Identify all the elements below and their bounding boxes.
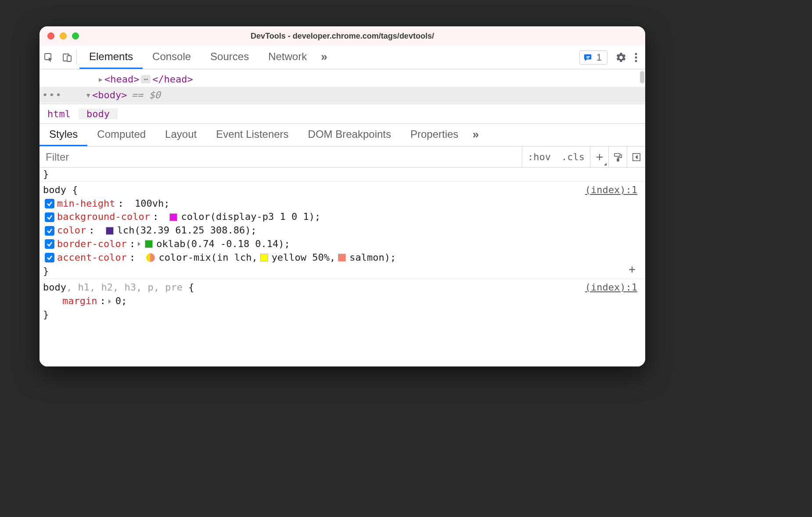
prop-toggle-checkbox[interactable]	[45, 212, 54, 222]
prop-accent-color[interactable]: accent-color: color-mix(in lch, yellow 5…	[43, 251, 642, 265]
main-toolbar: Elements Console Sources Network » 1	[40, 46, 645, 69]
traffic-lights	[47, 32, 79, 39]
prev-rule-closing-brace: }	[40, 168, 645, 181]
svg-point-5	[635, 53, 637, 55]
dom-head-close: </head>	[152, 74, 193, 85]
hov-toggle[interactable]: :hov	[522, 151, 556, 162]
paint-roller-icon[interactable]	[608, 147, 627, 167]
devtools-window: DevTools - developer.chrome.com/tags/dev…	[40, 26, 645, 366]
tab-elements[interactable]: Elements	[79, 46, 143, 69]
tab-network[interactable]: Network	[259, 46, 316, 69]
rule2-selector[interactable]: body, h1, h2, h3, p, pre	[43, 281, 183, 294]
prop-toggle-checkbox[interactable]	[45, 239, 54, 249]
settings-gear-icon[interactable]	[615, 52, 627, 63]
tab-overflow-icon[interactable]: »	[316, 46, 331, 69]
breadcrumb: html body	[40, 104, 645, 124]
tab-console[interactable]: Console	[143, 46, 201, 69]
sidebar-tab-overflow-icon[interactable]: »	[468, 124, 483, 146]
panel-tabs: Elements Console Sources Network »	[79, 46, 332, 69]
title-bar: DevTools - developer.chrome.com/tags/dev…	[40, 26, 645, 46]
tab-sources[interactable]: Sources	[201, 46, 259, 69]
prop-color[interactable]: color: lch(32.39 61.25 308.86);	[43, 224, 642, 237]
add-property-plus-icon[interactable]: +	[629, 261, 636, 277]
color-swatch-icon[interactable]	[145, 240, 153, 248]
styles-filter-input[interactable]	[40, 147, 522, 167]
svg-rect-10	[614, 153, 620, 156]
kebab-menu-icon[interactable]	[635, 52, 637, 63]
color-swatch-icon[interactable]	[169, 213, 177, 221]
prop-background-color[interactable]: background-color: color(display-p3 1 0 1…	[43, 210, 642, 224]
prop-border-color[interactable]: border-color: oklab(0.74 -0.18 0.14);	[43, 237, 642, 251]
breadcrumb-body[interactable]: body	[79, 108, 118, 119]
tab-computed[interactable]: Computed	[87, 124, 155, 146]
dom-tree[interactable]: ▸ <head> ⋯ </head> ••• ▾ <body> == $0	[40, 69, 645, 104]
styles-pane[interactable]: } body { (index):1 min-height: 100vh; ba…	[40, 168, 645, 366]
tab-layout[interactable]: Layout	[155, 124, 206, 146]
svg-rect-11	[617, 158, 619, 161]
svg-rect-4	[586, 57, 589, 58]
issues-count: 1	[596, 52, 602, 63]
prop-toggle-checkbox[interactable]	[45, 253, 54, 262]
style-rule-body[interactable]: body { (index):1 min-height: 100vh; back…	[40, 181, 645, 279]
dom-body-open: <body>	[92, 90, 127, 101]
dom-overflow-dots-icon[interactable]: •••	[42, 90, 62, 101]
dom-node-head[interactable]: ▸ <head> ⋯ </head>	[40, 71, 645, 87]
window-title: DevTools - developer.chrome.com/tags/dev…	[40, 32, 645, 41]
rule1-selector[interactable]: body	[43, 183, 66, 197]
color-mix-swatch-icon[interactable]	[146, 253, 155, 262]
breadcrumb-html[interactable]: html	[40, 108, 79, 119]
svg-rect-3	[586, 56, 589, 57]
collapsed-ellipsis-icon[interactable]: ⋯	[141, 75, 151, 83]
dom-head-open: <head>	[104, 74, 139, 85]
dom-node-body-selected[interactable]: ••• ▾ <body> == $0	[40, 87, 645, 103]
dom-eq0-label: == $0	[131, 90, 160, 101]
issues-badge[interactable]: 1	[579, 50, 607, 65]
scrollbar-thumb[interactable]	[640, 71, 644, 83]
styles-sidebar-tabs: Styles Computed Layout Event Listeners D…	[40, 124, 645, 147]
svg-point-6	[635, 56, 637, 58]
svg-rect-2	[67, 56, 71, 61]
tab-event-listeners[interactable]: Event Listeners	[206, 124, 298, 146]
cls-toggle[interactable]: .cls	[556, 151, 590, 162]
close-window-button[interactable]	[47, 32, 54, 39]
computed-panel-toggle-icon[interactable]	[627, 147, 645, 167]
minimize-window-button[interactable]	[60, 32, 67, 39]
expand-triangle-icon[interactable]	[108, 299, 111, 304]
color-swatch-icon[interactable]	[338, 254, 346, 262]
tab-properties[interactable]: Properties	[401, 124, 468, 146]
rule1-source-link[interactable]: (index):1	[585, 183, 642, 197]
prop-toggle-checkbox[interactable]	[45, 226, 54, 236]
fullscreen-window-button[interactable]	[72, 32, 79, 39]
styles-toolbar: :hov .cls	[40, 147, 645, 168]
tab-styles[interactable]: Styles	[40, 124, 87, 146]
svg-point-7	[635, 60, 637, 62]
tab-dom-breakpoints[interactable]: DOM Breakpoints	[298, 124, 401, 146]
prop-margin[interactable]: margin: 0;	[43, 294, 642, 308]
prop-min-height[interactable]: min-height: 100vh;	[43, 197, 642, 211]
rule2-source-link[interactable]: (index):1	[585, 281, 642, 294]
color-swatch-icon[interactable]	[106, 227, 114, 235]
prop-toggle-checkbox[interactable]	[45, 199, 54, 208]
inspect-element-icon[interactable]	[40, 46, 58, 69]
new-style-rule-icon[interactable]	[590, 147, 608, 167]
style-rule-body-group[interactable]: body, h1, h2, h3, p, pre { (index):1 mar…	[40, 279, 645, 322]
expand-triangle-icon[interactable]	[138, 242, 140, 246]
device-toolbar-icon[interactable]	[58, 46, 76, 69]
color-swatch-icon[interactable]	[260, 254, 268, 262]
